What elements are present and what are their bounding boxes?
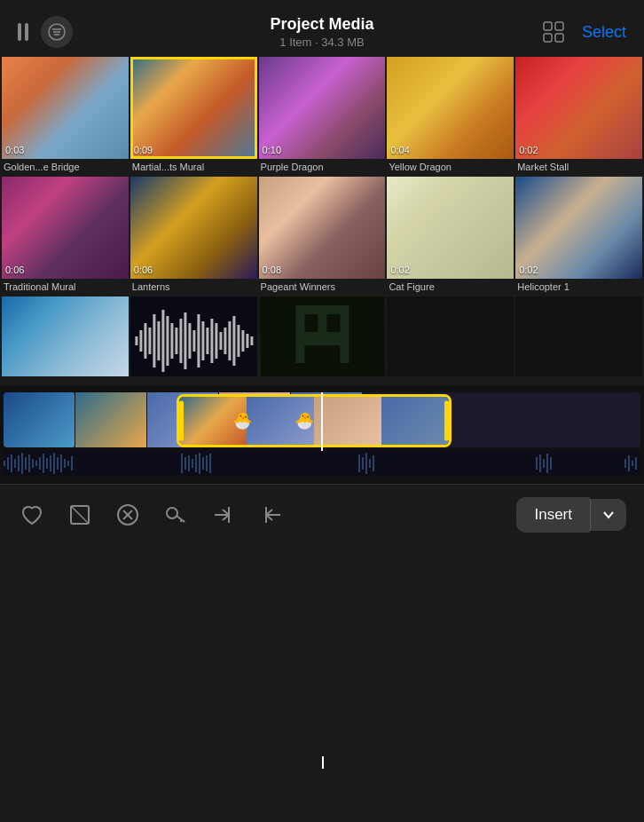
svg-rect-28 bbox=[219, 332, 222, 350]
media-item-helicopter[interactable]: 0:02 bbox=[515, 177, 642, 279]
thumb-traditional bbox=[2, 177, 129, 279]
svg-rect-29 bbox=[224, 328, 226, 354]
header-left bbox=[18, 16, 73, 48]
thumb-aerial bbox=[2, 296, 129, 376]
thumb-market-stall bbox=[515, 57, 642, 159]
duration-traditional: 0:06 bbox=[5, 265, 24, 275]
toolbar-left bbox=[18, 501, 286, 529]
svg-rect-24 bbox=[201, 321, 204, 360]
key-icon bbox=[163, 502, 188, 527]
grid-view-button[interactable] bbox=[538, 16, 569, 48]
chevron-down-icon bbox=[601, 508, 616, 522]
media-item-golden-gate[interactable]: 0:03 bbox=[2, 57, 129, 159]
insert-dropdown-button[interactable] bbox=[590, 499, 626, 531]
media-item-cat[interactable]: 0:02 bbox=[387, 177, 514, 279]
svg-rect-81 bbox=[624, 459, 626, 468]
clip-handle-right[interactable] bbox=[444, 401, 449, 441]
clip-emoji-1: 🐣 bbox=[232, 411, 252, 431]
media-item-mural[interactable]: 0:09 bbox=[130, 57, 257, 159]
svg-rect-82 bbox=[628, 455, 630, 471]
svg-rect-75 bbox=[373, 455, 374, 471]
remove-button[interactable] bbox=[114, 501, 142, 529]
svg-rect-40 bbox=[304, 345, 340, 363]
svg-rect-15 bbox=[161, 310, 164, 372]
media-item-purple-dragon[interactable]: 0:10 bbox=[259, 57, 386, 159]
svg-rect-4 bbox=[544, 22, 552, 30]
svg-rect-55 bbox=[50, 455, 51, 471]
svg-rect-54 bbox=[46, 458, 48, 469]
timeline-waveform-svg bbox=[4, 450, 640, 477]
media-cell-traditional: 0:06 Traditional Mural bbox=[2, 177, 129, 295]
media-item-yellow-dragon[interactable]: 0:04 bbox=[387, 57, 514, 159]
svg-rect-56 bbox=[53, 453, 55, 474]
svg-rect-74 bbox=[369, 459, 371, 468]
label-dark-building bbox=[259, 376, 386, 382]
media-cell-empty-1 bbox=[387, 296, 514, 382]
header-subtitle: 1 Item · 34.3 MB bbox=[270, 36, 373, 49]
timeline-wrapper: 🐣 🐣 bbox=[4, 392, 640, 477]
clip-handle-left[interactable] bbox=[179, 401, 184, 441]
svg-rect-64 bbox=[188, 455, 190, 471]
duration-golden-gate: 0:03 bbox=[5, 145, 24, 155]
svg-rect-12 bbox=[148, 328, 151, 354]
media-cell-helicopter: 0:02 Helicopter 1 bbox=[515, 177, 642, 295]
media-item-waveform[interactable] bbox=[130, 296, 257, 376]
scrubber-line-center bbox=[321, 392, 323, 451]
filter-button[interactable] bbox=[41, 16, 73, 48]
cancel-icon bbox=[115, 502, 140, 527]
pause-button[interactable] bbox=[18, 23, 28, 41]
select-button[interactable]: Select bbox=[582, 23, 626, 42]
svg-rect-21 bbox=[188, 323, 191, 359]
insert-group: Insert bbox=[516, 497, 626, 533]
trim-end-button[interactable] bbox=[209, 501, 238, 529]
svg-rect-44 bbox=[11, 454, 12, 472]
svg-rect-34 bbox=[246, 334, 248, 348]
svg-rect-38 bbox=[304, 314, 318, 332]
media-row-1: 0:03 Golden...e Bridge 0:09 Martial...ts… bbox=[2, 57, 642, 175]
label-traditional: Traditional Mural bbox=[2, 279, 129, 295]
media-grid-container: 0:03 Golden...e Bridge 0:09 Martial...ts… bbox=[0, 57, 644, 382]
clip-seg-4 bbox=[381, 397, 449, 445]
media-cell-cat: 0:02 Cat Figure bbox=[387, 177, 514, 295]
header-center: Project Media 1 Item · 34.3 MB bbox=[270, 15, 373, 49]
svg-rect-9 bbox=[135, 336, 137, 345]
tl-seg-aerial bbox=[4, 392, 75, 447]
svg-rect-59 bbox=[64, 459, 66, 468]
media-item-pageant[interactable]: 0:08 bbox=[259, 177, 386, 279]
no-crop-button[interactable] bbox=[66, 501, 94, 529]
svg-rect-16 bbox=[166, 316, 169, 366]
media-item-traditional[interactable]: 0:06 bbox=[2, 177, 129, 279]
insert-button[interactable]: Insert bbox=[516, 497, 590, 533]
header-right: Select bbox=[538, 16, 626, 48]
selected-clip[interactable]: 🐣 🐣 bbox=[177, 394, 452, 447]
thumb-cat bbox=[387, 177, 514, 279]
media-item-lanterns[interactable]: 0:06 bbox=[130, 177, 257, 279]
svg-rect-32 bbox=[237, 325, 240, 357]
media-item-market-stall[interactable]: 0:02 bbox=[515, 57, 642, 159]
svg-rect-35 bbox=[250, 336, 253, 345]
svg-rect-83 bbox=[632, 461, 633, 466]
svg-rect-76 bbox=[536, 457, 538, 470]
svg-point-90 bbox=[167, 508, 177, 518]
svg-rect-65 bbox=[192, 459, 193, 468]
svg-rect-22 bbox=[192, 330, 195, 352]
media-item-aerial[interactable] bbox=[2, 296, 129, 376]
timeline-waveform-bg bbox=[4, 450, 640, 477]
heart-icon bbox=[20, 502, 44, 527]
media-cell-yellow-dragon: 0:04 Yellow Dragon bbox=[387, 57, 514, 175]
trim-end-icon bbox=[211, 502, 236, 527]
label-market-stall: Market Stall bbox=[515, 159, 642, 175]
media-item-dark-building[interactable] bbox=[259, 296, 386, 376]
trim-start-button[interactable] bbox=[257, 501, 286, 529]
svg-rect-50 bbox=[32, 459, 34, 468]
key-button[interactable] bbox=[161, 501, 190, 529]
favorite-button[interactable] bbox=[18, 501, 46, 529]
scrubber-line-bottom bbox=[322, 756, 324, 769]
svg-rect-60 bbox=[67, 461, 69, 466]
dark-building-svg bbox=[259, 296, 386, 376]
media-cell-aerial bbox=[2, 296, 129, 382]
svg-rect-51 bbox=[35, 461, 37, 466]
svg-rect-5 bbox=[555, 22, 563, 30]
crop-icon bbox=[67, 502, 92, 527]
label-mural: Martial...ts Mural bbox=[130, 159, 257, 175]
